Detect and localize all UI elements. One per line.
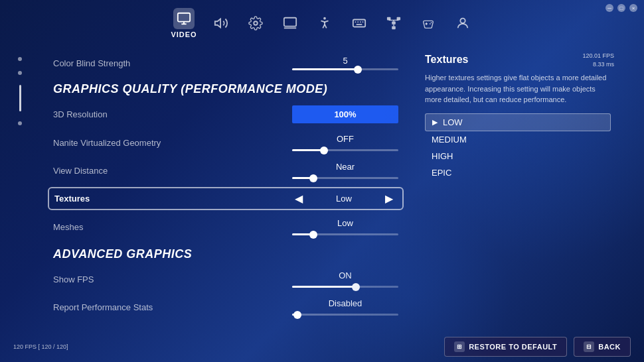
keyboard-icon	[349, 13, 370, 34]
meshes-label: Meshes	[53, 222, 173, 232]
top-nav: VIDEO	[0, 0, 644, 44]
bottom-bar: 120 FPS [ 120 / 120] ⊞ RESTORE TO DEFAUL…	[0, 332, 644, 362]
nanite-value: OFF	[337, 134, 354, 144]
quality-option-epic[interactable]: EPIC	[425, 164, 611, 181]
svg-rect-8	[353, 20, 364, 27]
svg-point-24	[429, 23, 430, 25]
person-icon	[452, 13, 473, 34]
resolution-value[interactable]: 100%	[292, 105, 398, 123]
resolution-label: 3D Resolution	[53, 109, 173, 119]
monitor-icon	[173, 8, 195, 29]
sidebar-dot-1	[18, 57, 22, 61]
meshes-value: Low	[337, 218, 353, 228]
sidebar	[0, 44, 40, 362]
quality-option-low[interactable]: ▶ LOW	[425, 113, 611, 131]
performance-stats-slider[interactable]	[292, 314, 398, 316]
quality-label-high: HIGH	[432, 151, 453, 161]
nav-item-audio[interactable]	[210, 13, 232, 34]
show-fps-label: Show FPS	[53, 274, 173, 284]
quality-option-medium[interactable]: MEDIUM	[425, 131, 611, 148]
sidebar-line	[19, 85, 21, 111]
right-panel: 120.01 FPS 8.33 ms Textures Higher textu…	[412, 44, 624, 362]
quality-label-low: LOW	[443, 117, 463, 127]
setting-resolution: 3D Resolution 100%	[53, 100, 398, 129]
nav-item-display[interactable]	[280, 13, 301, 34]
svg-point-4	[254, 21, 258, 25]
svg-rect-17	[392, 21, 396, 25]
graphics-section-header: GRAPHICS QUALITY (PERFORMANCE MODE)	[53, 76, 398, 100]
nav-item-input[interactable]	[349, 13, 370, 34]
network-icon	[383, 13, 404, 34]
meshes-slider[interactable]	[292, 233, 398, 235]
nav-item-settings[interactable]	[245, 13, 266, 34]
textures-label: Textures	[54, 194, 174, 204]
view-distance-label: View Distance	[53, 166, 173, 176]
nav-label-video: VIDEO	[171, 30, 197, 38]
performance-stats-control: Disabled	[292, 298, 398, 316]
fps-value: 120.01 FPS	[582, 52, 614, 60]
nav-item-video[interactable]: VIDEO	[171, 8, 197, 38]
nanite-slider[interactable]	[292, 149, 398, 151]
quality-option-high[interactable]: HIGH	[425, 148, 611, 164]
textures-prev-btn[interactable]: ◀	[291, 192, 307, 205]
show-fps-value: ON	[339, 271, 352, 280]
advanced-section-header: ADVANCED GRAPHICS	[53, 241, 398, 265]
setting-performance-stats: Report Performance Stats Disabled	[53, 293, 398, 321]
svg-rect-15	[387, 17, 391, 21]
back-label: BACK	[598, 343, 621, 351]
svg-point-7	[323, 17, 326, 20]
quality-list: ▶ LOW MEDIUM HIGH EPIC	[425, 113, 611, 181]
quality-label-medium: MEDIUM	[432, 135, 467, 145]
bottom-buttons: ⊞ RESTORE TO DEFAULT ⊟ BACK	[444, 337, 631, 357]
back-icon: ⊟	[584, 341, 594, 352]
show-fps-slider[interactable]	[292, 286, 398, 288]
setting-color-blind: Color Blind Strength 5	[53, 50, 398, 76]
svg-point-25	[430, 22, 432, 23]
color-blind-slider[interactable]	[292, 68, 398, 70]
restore-label: RESTORE TO DEFAULT	[469, 343, 557, 351]
setting-view-distance: View Distance Near	[53, 156, 398, 184]
back-button[interactable]: ⊟ BACK	[574, 337, 631, 357]
restore-default-button[interactable]: ⊞ RESTORE TO DEFAULT	[444, 337, 567, 357]
meshes-control: Low	[292, 218, 398, 235]
info-description: Higher textures settings give flat objec…	[425, 72, 611, 105]
show-fps-control: ON	[292, 271, 398, 288]
sidebar-dot-2	[18, 71, 22, 75]
performance-stats-label: Report Performance Stats	[53, 302, 173, 312]
speaker-icon	[210, 13, 232, 34]
nav-item-account[interactable]	[452, 13, 473, 34]
setting-meshes: Meshes Low	[53, 213, 398, 241]
textures-control: ◀ Low ▶	[291, 192, 397, 205]
nanite-control: OFF	[292, 134, 398, 151]
quality-label-epic: EPIC	[432, 168, 451, 178]
accessibility-icon	[314, 13, 335, 34]
nav-item-network[interactable]	[383, 13, 404, 34]
display-icon	[280, 13, 301, 34]
svg-point-26	[460, 19, 465, 23]
performance-stats-value: Disabled	[329, 298, 362, 308]
svg-rect-16	[396, 17, 400, 21]
restore-icon: ⊞	[454, 341, 465, 352]
svg-rect-14	[392, 27, 396, 30]
textures-next-btn[interactable]: ▶	[381, 192, 397, 205]
svg-rect-5	[283, 18, 295, 27]
view-distance-value: Near	[336, 162, 355, 172]
nanite-label: Nanite Virtualized Geometry	[53, 138, 173, 148]
color-blind-value: 5	[319, 56, 372, 66]
color-blind-control: 5	[292, 56, 398, 70]
color-blind-label: Color Blind Strength	[53, 58, 173, 68]
nav-item-accessibility[interactable]	[314, 13, 335, 34]
quality-arrow-low: ▶	[432, 118, 438, 127]
fps-counter: 120.01 FPS 8.33 ms	[582, 52, 614, 68]
nav-item-controller[interactable]	[418, 13, 439, 34]
controller-icon	[418, 13, 439, 34]
ms-value: 8.33 ms	[582, 60, 614, 69]
gear-icon	[245, 13, 266, 34]
view-distance-slider[interactable]	[292, 177, 398, 179]
setting-nanite: Nanite Virtualized Geometry OFF	[53, 129, 398, 156]
settings-panel: Color Blind Strength 5 GRAPHICS QUALITY …	[40, 44, 412, 362]
svg-marker-3	[214, 19, 220, 28]
sidebar-dot-3	[18, 121, 22, 125]
textures-value: Low	[317, 194, 370, 204]
setting-textures[interactable]: Textures ◀ Low ▶	[48, 187, 404, 210]
